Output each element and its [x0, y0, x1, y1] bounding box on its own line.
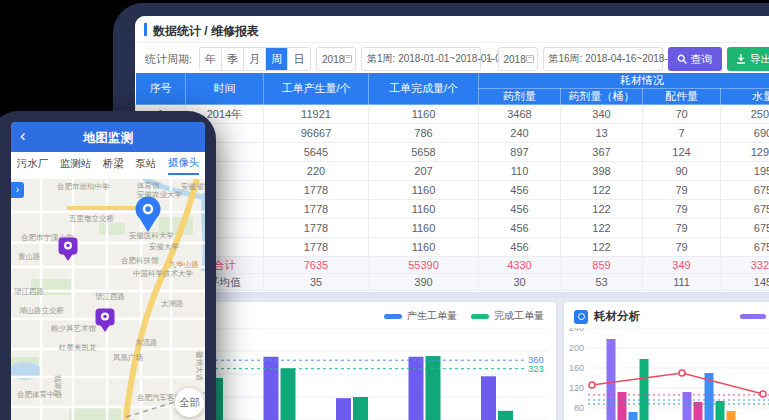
table-cell: 1778	[264, 219, 369, 238]
breadcrumb-accent-bar	[144, 23, 147, 36]
bar	[640, 359, 649, 420]
table-cell: 1160	[369, 181, 479, 200]
table-cell: 122	[561, 219, 643, 238]
period-option[interactable]: 季	[222, 48, 244, 70]
map-label: 安徽省博物馆	[181, 182, 205, 191]
phone-tab[interactable]: 污水厂	[17, 157, 49, 174]
column-header: 工单完成量/个	[369, 73, 479, 105]
sub-column-header: 药剂量（桶）	[561, 89, 643, 105]
page: 数据统计 / 维修报表 统计周期: 年季月周日 2018 第1周: 2018-0…	[0, 0, 769, 420]
river	[203, 193, 205, 271]
chart-title: 耗材分析	[594, 309, 640, 324]
period-option[interactable]: 周	[266, 48, 288, 70]
filter-toolbar: 统计周期: 年季月周日 2018 第1周: 2018-01-01~2018-01…	[145, 47, 769, 71]
range-separator: ~	[486, 53, 492, 65]
map-label: 太湖路	[161, 299, 184, 308]
y-tick-label: 120	[569, 383, 584, 393]
legend-swatch-clipped[interactable]	[740, 314, 766, 319]
query-button-label: 查询	[691, 52, 713, 67]
start-week-input[interactable]: 第1周: 2018-01-01~2018-01-07	[361, 47, 481, 71]
sub-column-header: 配件量	[643, 89, 721, 105]
panel-expander-button[interactable]: ›	[11, 182, 24, 198]
map-label: 安徽大学	[149, 242, 180, 251]
map-label: 望江西路	[95, 292, 125, 301]
map-view[interactable]: 合肥市琥珀中学体育馆安徽农业大学安徽省博物馆五里墩立交桥合肥市宁溪小学安徽医科大…	[11, 179, 205, 420]
bar-produced	[336, 398, 351, 420]
report-table: 序号时间工单产生量/个工单完成量/个耗材情况药剂量药剂量（桶）配件量水量 120…	[135, 72, 769, 291]
sub-column-header: 水量	[721, 89, 769, 105]
table-cell: 690	[721, 124, 769, 143]
table-cell: 367	[561, 143, 643, 162]
table-row: 71778116045612279675	[136, 219, 769, 238]
total-cell: 349	[643, 257, 721, 274]
table-cell: 1778	[264, 200, 369, 219]
export-button-label: 导出Excel	[750, 52, 769, 67]
table-row: 61778116045612279675	[136, 200, 769, 219]
bar	[618, 392, 627, 420]
phone-tab-bar: 污水厂监测站桥梁泵站摄像头	[11, 152, 205, 179]
period-option[interactable]: 月	[244, 48, 266, 70]
table-cell: 5645	[264, 143, 369, 162]
breadcrumb-row: 数据统计 / 维修报表	[135, 16, 769, 42]
table-cell: 1160	[369, 200, 479, 219]
map-label: 体育馆	[137, 181, 160, 190]
search-icon	[677, 54, 687, 64]
bar-completed	[426, 356, 441, 420]
table-cell: 1778	[264, 181, 369, 200]
total-row: 合计76355539043308593493325	[136, 257, 769, 274]
table-cell: 398	[561, 162, 643, 181]
map-label: 五里墩立交桥	[69, 214, 115, 223]
phone-page-title: 地图监测	[11, 130, 205, 147]
phone-tab[interactable]: 摄像头	[168, 156, 200, 175]
table-cell: 1778	[264, 238, 369, 257]
table-cell: 79	[643, 200, 721, 219]
table-cell: 220	[264, 162, 369, 181]
table-cell: 1160	[369, 238, 479, 257]
export-excel-button[interactable]: 导出Excel	[727, 47, 769, 71]
show-all-button[interactable]: 全部	[175, 388, 204, 417]
legend-item[interactable]: 产生工单量	[384, 309, 457, 323]
start-year-select[interactable]: 2018	[316, 47, 356, 71]
total-cell: 7635	[264, 257, 369, 274]
end-week-input[interactable]: 第16周: 2018-04-16~2018-04-22	[543, 47, 663, 71]
map-label: 黄山路	[18, 252, 41, 261]
legend-label: 产生工单量	[407, 309, 457, 323]
table-cell: 195	[721, 162, 769, 181]
header-divider	[135, 42, 769, 43]
table-row: 51778116045612279675	[136, 181, 769, 200]
bar-completed	[498, 411, 513, 420]
phone-tab[interactable]: 桥梁	[103, 157, 124, 174]
period-option[interactable]: 年	[200, 48, 222, 70]
table-cell: 456	[479, 219, 561, 238]
phone-tab[interactable]: 泵站	[135, 157, 156, 174]
chart-title-row: 耗材分析	[574, 309, 640, 324]
average-cell: 145	[721, 274, 769, 291]
table-cell: 1160	[369, 105, 479, 124]
table-cell: 786	[369, 124, 479, 143]
table-cell: 7	[643, 124, 721, 143]
map-label: 望江西路	[14, 287, 44, 296]
phone-header: ‹ 地图监测	[11, 122, 205, 152]
bar-produced	[264, 357, 279, 420]
query-button[interactable]: 查询	[668, 47, 722, 71]
table-row: 12014年1192111603468340702505	[136, 105, 769, 124]
map-label: 中国科学技术大学	[133, 269, 194, 278]
average-cell: 30	[479, 274, 561, 291]
table-cell: 456	[479, 200, 561, 219]
consumables-chart-card: 耗材分析 2402001601208040	[564, 302, 769, 420]
table-cell: 3468	[479, 105, 561, 124]
end-year-select[interactable]: 2018	[498, 47, 538, 71]
column-header: 序号	[136, 73, 186, 105]
table-cell: 13	[561, 124, 643, 143]
legend-item[interactable]: 完成工单量	[471, 309, 544, 323]
y-tick-label: 160	[569, 363, 584, 373]
period-option[interactable]: 日	[288, 48, 310, 70]
table-cell: 79	[643, 181, 721, 200]
phone-tab[interactable]: 监测站	[60, 157, 92, 174]
table-cell: 5658	[369, 143, 479, 162]
phone-mockup: ‹ 地图监测 污水厂监测站桥梁泵站摄像头 合肥市琥珀中学体育馆安徽农业大学安徽省…	[0, 111, 216, 420]
consumables-bar-line-chart: 2402001601208040	[564, 328, 769, 420]
table-cell: 340	[561, 105, 643, 124]
bar-completed	[353, 397, 368, 420]
map-label: 湖山路立交桥	[19, 306, 65, 315]
